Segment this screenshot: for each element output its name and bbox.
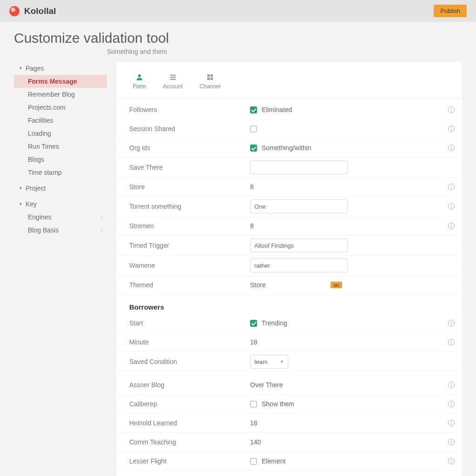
info-icon[interactable]: i <box>448 339 455 345</box>
info-icon[interactable]: i <box>448 145 455 151</box>
checkbox-label: Eliminated <box>262 106 292 113</box>
form-row: Lesser FlightElementi <box>116 452 462 471</box>
form-row: Heinold Learned18i <box>116 414 462 433</box>
form-row: Org idsSomething/withini <box>116 139 462 158</box>
row-value: 18 <box>250 338 258 346</box>
sidebar-item-label: Loading <box>28 130 51 137</box>
row-label: Assner Blog <box>129 381 250 389</box>
row-label: Followers <box>129 106 250 113</box>
svg-rect-3 <box>170 79 176 80</box>
form-row: Saved Conditionteam▼ <box>116 352 462 372</box>
info-icon[interactable]: i <box>448 223 455 229</box>
tabs: Form Account Channel <box>116 66 462 99</box>
text-input[interactable] <box>250 258 348 272</box>
info-icon[interactable]: i <box>448 126 455 132</box>
row-control <box>250 122 448 135</box>
row-label: Torrent something <box>129 203 250 210</box>
sidebar-item[interactable]: Blogs <box>14 153 107 166</box>
row-control <box>250 258 455 272</box>
logo-icon <box>9 6 20 16</box>
form-row: ThemedStoreon <box>116 276 462 295</box>
tab-account[interactable]: Account <box>159 70 186 92</box>
info-icon[interactable]: i <box>448 382 455 388</box>
info-icon[interactable]: i <box>448 320 455 326</box>
sidebar-item[interactable]: Forms Message <box>14 75 107 88</box>
sidebar-item-label: Projects.com <box>28 104 66 111</box>
checkbox[interactable] <box>250 126 257 132</box>
row-label: Wamene <box>129 262 250 269</box>
sidebar-item[interactable]: Engines› <box>14 211 107 224</box>
form-row: Timed Trigger <box>116 236 462 256</box>
sidebar-item[interactable]: Projects.com <box>14 101 107 114</box>
sidebar-item-label: Engines <box>28 213 52 221</box>
row-control: 18 <box>250 336 448 349</box>
list-icon <box>168 72 178 82</box>
sidebar-item[interactable]: Loading <box>14 127 107 140</box>
svg-rect-5 <box>210 74 212 77</box>
info-icon[interactable]: i <box>448 401 455 407</box>
sidebar-item[interactable]: Blog Basis› <box>14 224 107 237</box>
text-input[interactable] <box>250 199 348 213</box>
info-icon[interactable]: i <box>448 420 455 426</box>
row-value: 8 <box>250 222 254 230</box>
row-label: Comm Teaching <box>129 438 250 446</box>
checkbox[interactable] <box>250 458 257 465</box>
chevron-right-icon: › <box>101 228 102 233</box>
svg-rect-2 <box>170 77 176 78</box>
checkbox[interactable] <box>250 401 257 408</box>
topbar: Kolollal Publish <box>0 0 476 22</box>
row-control: Element <box>250 455 448 468</box>
info-icon[interactable]: i <box>448 458 455 464</box>
checkbox-label: Element <box>262 457 285 465</box>
row-control <box>250 238 455 252</box>
tab-label: Account <box>163 83 183 90</box>
form-row: Wamene <box>116 256 462 276</box>
svg-point-0 <box>138 74 141 77</box>
row-label: Lesser Flight <box>129 457 250 465</box>
sidebar-header-key[interactable]: ▼ Key <box>14 198 107 211</box>
sidebar-item-label: Run Times <box>28 143 59 150</box>
sidebar-item[interactable]: Remember Blog <box>14 88 107 101</box>
publish-button[interactable]: Publish <box>434 5 467 17</box>
info-icon[interactable]: i <box>448 439 455 445</box>
row-label: Minute <box>129 338 250 346</box>
sidebar-header-label: Pages <box>26 65 44 72</box>
sidebar-item[interactable]: Run Times <box>14 140 107 153</box>
info-icon[interactable]: i <box>448 203 455 210</box>
row-control: Trending <box>250 317 448 330</box>
svg-rect-4 <box>207 74 210 77</box>
tab-channel[interactable]: Channel <box>196 70 224 92</box>
info-icon[interactable]: i <box>448 184 455 190</box>
chevron-down-icon: ▼ <box>280 359 284 364</box>
tab-label: Channel <box>199 83 220 90</box>
row-control: Show them <box>250 397 448 410</box>
chevron-right-icon: › <box>101 215 102 220</box>
checkbox[interactable] <box>250 145 257 152</box>
sidebar-item[interactable]: Time stamp <box>14 166 107 179</box>
form-row: Store8i <box>116 178 462 197</box>
sidebar-item[interactable]: Facilities <box>14 114 107 127</box>
checkbox[interactable] <box>250 106 257 113</box>
select-input[interactable]: team▼ <box>250 355 288 369</box>
row-control: wallet <box>250 474 448 476</box>
form-row: Minute18i <box>116 333 462 352</box>
sidebar-header-pages[interactable]: ▼ Pages <box>14 62 107 75</box>
row-value: Store <box>250 281 265 289</box>
row-label: Org ids <box>129 144 250 152</box>
row-value: Over There <box>250 381 283 389</box>
info-icon[interactable]: i <box>448 106 455 113</box>
brand-name: Kolollal <box>24 6 56 16</box>
row-control: Over There <box>250 378 448 391</box>
grid-icon <box>205 72 215 82</box>
tab-form[interactable]: Form <box>129 70 150 92</box>
content-panel: Form Account Channel FollowersEliminated… <box>116 62 462 476</box>
row-control: 8 <box>250 219 448 232</box>
row-control <box>250 160 455 174</box>
text-input[interactable] <box>250 160 348 174</box>
checkbox[interactable] <box>250 320 257 327</box>
sidebar-header-project[interactable]: ▼ Project <box>14 182 107 195</box>
status-badge: on <box>331 282 342 288</box>
sidebar-item-label: Time stamp <box>28 169 62 176</box>
row-control: 8 <box>250 180 448 193</box>
text-input[interactable] <box>250 238 348 252</box>
